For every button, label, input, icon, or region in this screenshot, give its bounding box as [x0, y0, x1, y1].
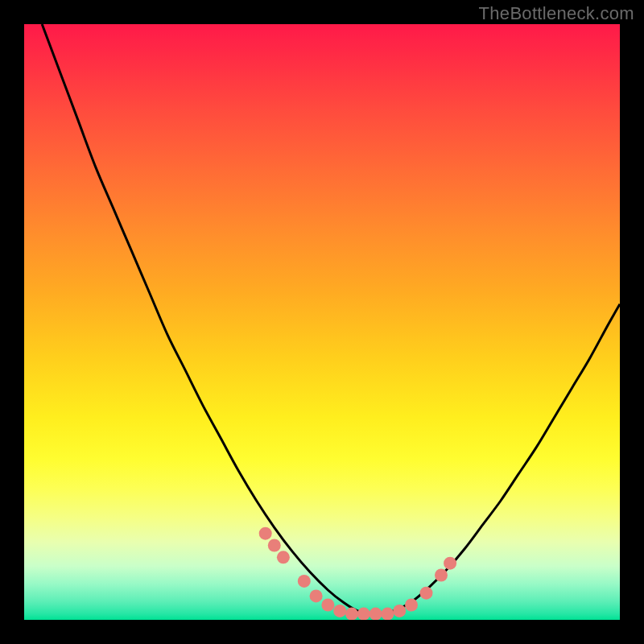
curve-marker — [268, 539, 281, 552]
curve-marker — [393, 605, 406, 617]
curve-marker — [420, 587, 433, 600]
plot-area — [24, 24, 620, 620]
curve-svg — [24, 24, 620, 620]
curve-marker — [405, 599, 418, 612]
curve-marker — [345, 608, 358, 620]
curve-marker — [277, 551, 290, 564]
curve-marker — [333, 605, 346, 617]
curve-marker — [321, 599, 334, 612]
curve-marker — [369, 608, 382, 620]
curve-marker — [381, 608, 394, 620]
curve-marker — [444, 557, 456, 570]
curve-marker — [357, 608, 370, 620]
curve-marker — [310, 589, 323, 602]
curve-marker — [259, 527, 272, 540]
curve-marker — [298, 575, 311, 588]
watermark-text: TheBottleneck.com — [479, 3, 634, 24]
curve-marker — [435, 569, 448, 582]
chart-frame: TheBottleneck.com — [0, 0, 644, 644]
bottleneck-curve-line — [42, 24, 620, 614]
curve-markers — [259, 527, 456, 620]
